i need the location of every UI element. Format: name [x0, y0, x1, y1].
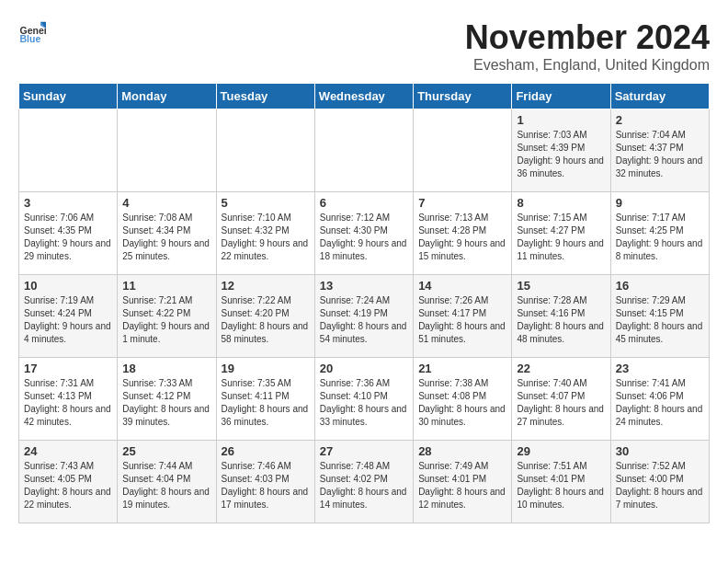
calendar-cell: 18Sunrise: 7:33 AM Sunset: 4:12 PM Dayli…: [118, 358, 216, 441]
cell-content: Sunrise: 7:04 AM Sunset: 4:37 PM Dayligh…: [616, 129, 704, 180]
header-day: Tuesday: [216, 84, 314, 109]
day-number: 5: [222, 196, 310, 210]
day-number: 14: [418, 279, 506, 293]
cell-content: Sunrise: 7:40 AM Sunset: 4:07 PM Dayligh…: [517, 377, 605, 429]
calendar-cell: [118, 109, 216, 192]
calendar-week: 3Sunrise: 7:06 AM Sunset: 4:35 PM Daylig…: [19, 192, 710, 275]
calendar-cell: 19Sunrise: 7:35 AM Sunset: 4:11 PM Dayli…: [216, 358, 314, 441]
calendar-cell: [414, 109, 512, 192]
header-day: Thursday: [414, 84, 512, 109]
calendar-cell: 11Sunrise: 7:21 AM Sunset: 4:22 PM Dayli…: [118, 275, 216, 358]
calendar-cell: [216, 109, 314, 192]
calendar-cell: 24Sunrise: 7:43 AM Sunset: 4:05 PM Dayli…: [19, 441, 118, 523]
calendar-body: 1Sunrise: 7:03 AM Sunset: 4:39 PM Daylig…: [19, 109, 710, 523]
cell-content: Sunrise: 7:51 AM Sunset: 4:01 PM Dayligh…: [517, 460, 605, 511]
calendar-cell: 16Sunrise: 7:29 AM Sunset: 4:15 PM Dayli…: [610, 275, 709, 358]
cell-content: Sunrise: 7:10 AM Sunset: 4:32 PM Dayligh…: [222, 212, 310, 263]
cell-content: Sunrise: 7:15 AM Sunset: 4:27 PM Dayligh…: [517, 212, 605, 263]
day-number: 6: [320, 196, 408, 210]
calendar-cell: 2Sunrise: 7:04 AM Sunset: 4:37 PM Daylig…: [610, 109, 709, 192]
calendar-cell: 4Sunrise: 7:08 AM Sunset: 4:34 PM Daylig…: [118, 192, 216, 275]
cell-content: Sunrise: 7:33 AM Sunset: 4:12 PM Dayligh…: [122, 377, 210, 429]
cell-content: Sunrise: 7:21 AM Sunset: 4:22 PM Dayligh…: [122, 294, 210, 346]
calendar-week: 10Sunrise: 7:19 AM Sunset: 4:24 PM Dayli…: [19, 275, 710, 358]
day-number: 2: [616, 113, 704, 127]
logo: General Blue: [18, 18, 46, 46]
cell-content: Sunrise: 7:17 AM Sunset: 4:25 PM Dayligh…: [616, 212, 704, 263]
day-number: 7: [418, 196, 506, 210]
calendar-cell: 12Sunrise: 7:22 AM Sunset: 4:20 PM Dayli…: [216, 275, 314, 358]
cell-content: Sunrise: 7:48 AM Sunset: 4:02 PM Dayligh…: [320, 460, 408, 511]
cell-content: Sunrise: 7:52 AM Sunset: 4:00 PM Dayligh…: [616, 460, 704, 511]
day-number: 18: [122, 362, 210, 375]
cell-content: Sunrise: 7:12 AM Sunset: 4:30 PM Dayligh…: [320, 212, 408, 263]
day-number: 29: [517, 444, 605, 458]
header-day: Saturday: [610, 84, 709, 109]
calendar-cell: 5Sunrise: 7:10 AM Sunset: 4:32 PM Daylig…: [216, 192, 314, 275]
cell-content: Sunrise: 7:31 AM Sunset: 4:13 PM Dayligh…: [24, 377, 112, 429]
cell-content: Sunrise: 7:46 AM Sunset: 4:03 PM Dayligh…: [222, 460, 310, 511]
calendar-cell: 1Sunrise: 7:03 AM Sunset: 4:39 PM Daylig…: [512, 109, 610, 192]
header-day: Wednesday: [314, 84, 413, 109]
day-number: 25: [122, 444, 210, 458]
day-number: 24: [24, 444, 112, 458]
calendar-cell: 8Sunrise: 7:15 AM Sunset: 4:27 PM Daylig…: [512, 192, 610, 275]
cell-content: Sunrise: 7:03 AM Sunset: 4:39 PM Dayligh…: [517, 129, 605, 180]
cell-content: Sunrise: 7:41 AM Sunset: 4:06 PM Dayligh…: [616, 377, 704, 429]
calendar-table: SundayMondayTuesdayWednesdayThursdayFrid…: [18, 83, 710, 523]
day-number: 28: [418, 444, 506, 458]
calendar-cell: [314, 109, 413, 192]
day-number: 17: [24, 362, 112, 375]
cell-content: Sunrise: 7:24 AM Sunset: 4:19 PM Dayligh…: [320, 294, 408, 346]
calendar-cell: 27Sunrise: 7:48 AM Sunset: 4:02 PM Dayli…: [314, 441, 413, 523]
calendar-cell: 23Sunrise: 7:41 AM Sunset: 4:06 PM Dayli…: [610, 358, 709, 441]
calendar-cell: 7Sunrise: 7:13 AM Sunset: 4:28 PM Daylig…: [414, 192, 512, 275]
cell-content: Sunrise: 7:36 AM Sunset: 4:10 PM Dayligh…: [320, 377, 408, 429]
subtitle: Evesham, England, United Kingdom: [465, 57, 710, 74]
cell-content: Sunrise: 7:08 AM Sunset: 4:34 PM Dayligh…: [122, 212, 210, 263]
header-row: SundayMondayTuesdayWednesdayThursdayFrid…: [19, 84, 710, 109]
header: General Blue November 2024 Evesham, Engl…: [18, 18, 710, 74]
cell-content: Sunrise: 7:13 AM Sunset: 4:28 PM Dayligh…: [418, 212, 506, 263]
header-day: Sunday: [19, 84, 118, 109]
calendar-cell: 9Sunrise: 7:17 AM Sunset: 4:25 PM Daylig…: [610, 192, 709, 275]
day-number: 21: [418, 362, 506, 375]
calendar-cell: 21Sunrise: 7:38 AM Sunset: 4:08 PM Dayli…: [414, 358, 512, 441]
day-number: 8: [517, 196, 605, 210]
calendar-cell: 26Sunrise: 7:46 AM Sunset: 4:03 PM Dayli…: [216, 441, 314, 523]
calendar-cell: 25Sunrise: 7:44 AM Sunset: 4:04 PM Dayli…: [118, 441, 216, 523]
header-day: Monday: [118, 84, 216, 109]
day-number: 20: [320, 362, 408, 375]
calendar-cell: 3Sunrise: 7:06 AM Sunset: 4:35 PM Daylig…: [19, 192, 118, 275]
calendar-cell: 14Sunrise: 7:26 AM Sunset: 4:17 PM Dayli…: [414, 275, 512, 358]
calendar-cell: 15Sunrise: 7:28 AM Sunset: 4:16 PM Dayli…: [512, 275, 610, 358]
day-number: 11: [122, 279, 210, 293]
cell-content: Sunrise: 7:43 AM Sunset: 4:05 PM Dayligh…: [24, 460, 112, 511]
day-number: 15: [517, 279, 605, 293]
calendar-cell: 10Sunrise: 7:19 AM Sunset: 4:24 PM Dayli…: [19, 275, 118, 358]
header-day: Friday: [512, 84, 610, 109]
day-number: 13: [320, 279, 408, 293]
day-number: 9: [616, 196, 704, 210]
day-number: 10: [24, 279, 112, 293]
calendar-header: SundayMondayTuesdayWednesdayThursdayFrid…: [19, 84, 710, 109]
cell-content: Sunrise: 7:35 AM Sunset: 4:11 PM Dayligh…: [222, 377, 310, 429]
day-number: 26: [222, 444, 310, 458]
main-title: November 2024: [465, 18, 710, 57]
title-block: November 2024 Evesham, England, United K…: [465, 18, 710, 74]
calendar-week: 24Sunrise: 7:43 AM Sunset: 4:05 PM Dayli…: [19, 441, 710, 523]
cell-content: Sunrise: 7:06 AM Sunset: 4:35 PM Dayligh…: [24, 212, 112, 263]
calendar-cell: 6Sunrise: 7:12 AM Sunset: 4:30 PM Daylig…: [314, 192, 413, 275]
cell-content: Sunrise: 7:19 AM Sunset: 4:24 PM Dayligh…: [24, 294, 112, 346]
cell-content: Sunrise: 7:44 AM Sunset: 4:04 PM Dayligh…: [122, 460, 210, 511]
calendar-week: 17Sunrise: 7:31 AM Sunset: 4:13 PM Dayli…: [19, 358, 710, 441]
day-number: 1: [517, 113, 605, 127]
calendar-cell: 13Sunrise: 7:24 AM Sunset: 4:19 PM Dayli…: [314, 275, 413, 358]
cell-content: Sunrise: 7:28 AM Sunset: 4:16 PM Dayligh…: [517, 294, 605, 346]
logo-icon: General Blue: [18, 18, 46, 46]
cell-content: Sunrise: 7:26 AM Sunset: 4:17 PM Dayligh…: [418, 294, 506, 346]
svg-text:Blue: Blue: [20, 33, 41, 44]
calendar-cell: 20Sunrise: 7:36 AM Sunset: 4:10 PM Dayli…: [314, 358, 413, 441]
cell-content: Sunrise: 7:22 AM Sunset: 4:20 PM Dayligh…: [222, 294, 310, 346]
cell-content: Sunrise: 7:49 AM Sunset: 4:01 PM Dayligh…: [418, 460, 506, 511]
